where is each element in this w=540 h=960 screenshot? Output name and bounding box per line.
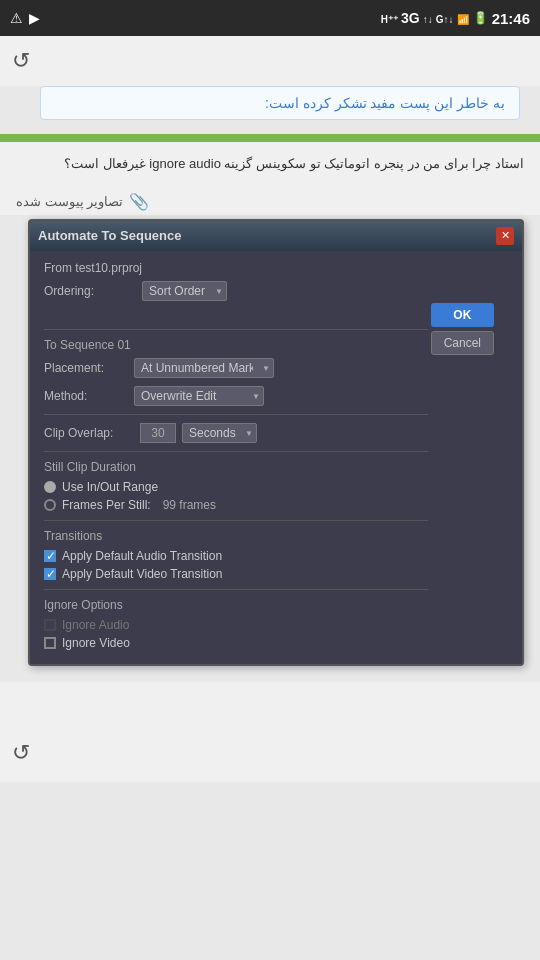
dialog-buttons: OK Cancel — [431, 303, 494, 355]
battery-icon: 🔋 — [473, 11, 488, 25]
back-arrow-top[interactable]: ↺ — [12, 48, 30, 74]
separator-4 — [44, 520, 428, 521]
from-row: From test10.prproj Ordering: Sort Order — [44, 261, 428, 319]
method-label: Method: — [44, 389, 134, 403]
play-icon: ▶ — [29, 10, 40, 26]
separator-1 — [44, 329, 428, 330]
status-right: H⁺⁺ 3G ↑↓ G↑↓ 📶 🔋 21:46 — [381, 10, 530, 27]
frames-value: 99 frames — [163, 498, 216, 512]
ignore-video-checkbox[interactable] — [44, 637, 56, 649]
ok-button[interactable]: OK — [431, 303, 494, 327]
frames-per-still-radio[interactable] — [44, 499, 56, 511]
warning-icon: ⚠ — [10, 10, 23, 26]
method-select-wrapper[interactable]: Overwrite Edit — [134, 386, 264, 406]
ordering-select-wrapper[interactable]: Sort Order — [142, 281, 227, 301]
attached-label-row: 📎 تصاویر پیوست شده — [0, 186, 540, 215]
paperclip-icon: 📎 — [129, 192, 149, 211]
ignore-video-row: Ignore Video — [44, 636, 428, 650]
clip-overlap-label: Clip Overlap: — [44, 426, 134, 440]
status-left-icons: ⚠ ▶ — [10, 10, 40, 26]
ordering-row: Ordering: Sort Order — [44, 281, 428, 301]
placement-label: Placement: — [44, 361, 134, 375]
clip-overlap-input[interactable] — [140, 423, 176, 443]
dialog-inner: OK Cancel From test10.prproj Ordering: S… — [44, 261, 508, 650]
green-separator — [0, 134, 540, 142]
apply-audio-label: Apply Default Audio Transition — [62, 549, 222, 563]
ignore-video-label: Ignore Video — [62, 636, 130, 650]
placement-select-wrapper[interactable]: At Unnumbered Markers — [134, 358, 274, 378]
method-row: Method: Overwrite Edit — [44, 386, 428, 406]
thank-you-text: به خاطر این پست مفید تشکر کرده است: — [265, 95, 505, 111]
back-arrow-bottom[interactable]: ↺ — [12, 740, 30, 765]
ordering-label: Ordering: — [44, 284, 134, 298]
separator-2 — [44, 414, 428, 415]
separator-3 — [44, 451, 428, 452]
thank-you-box: به خاطر این پست مفید تشکر کرده است: — [40, 86, 520, 120]
method-select[interactable]: Overwrite Edit — [134, 386, 264, 406]
dialog-screenshot: Automate To Sequence ✕ OK Cancel From te… — [28, 219, 524, 666]
apply-video-row: Apply Default Video Transition — [44, 567, 428, 581]
apply-video-checkbox[interactable] — [44, 568, 56, 580]
status-bar: ⚠ ▶ H⁺⁺ 3G ↑↓ G↑↓ 📶 🔋 21:46 — [0, 0, 540, 36]
use-inout-row: Use In/Out Range — [44, 480, 428, 494]
separator-5 — [44, 589, 428, 590]
dialog-body: OK Cancel From test10.prproj Ordering: S… — [30, 251, 522, 664]
placement-select[interactable]: At Unnumbered Markers — [134, 358, 274, 378]
apply-video-label: Apply Default Video Transition — [62, 567, 223, 581]
to-sequence-label: To Sequence 01 — [44, 338, 428, 352]
question-content: استاد چرا برای من در پنجره اتوماتیک تو س… — [64, 156, 524, 171]
transitions-label: Transitions — [44, 529, 428, 543]
use-inout-label: Use In/Out Range — [62, 480, 158, 494]
clip-overlap-row: Clip Overlap: Seconds — [44, 423, 428, 443]
ordering-select[interactable]: Sort Order — [142, 281, 227, 301]
apply-audio-checkbox[interactable] — [44, 550, 56, 562]
ignore-options-label: Ignore Options — [44, 598, 428, 612]
frames-per-still-label: Frames Per Still: — [62, 498, 151, 512]
ignore-audio-row: Ignore Audio — [44, 618, 428, 632]
seconds-select-wrapper[interactable]: Seconds — [182, 423, 257, 443]
apply-audio-row: Apply Default Audio Transition — [44, 549, 428, 563]
back-arrow-bottom-area: ↺ — [0, 740, 30, 766]
still-clip-duration-label: Still Clip Duration — [44, 460, 428, 474]
dialog-title: Automate To Sequence — [38, 228, 182, 243]
seconds-select[interactable]: Seconds — [182, 423, 257, 443]
back-arrow-top-area: ↺ — [0, 36, 540, 86]
use-inout-radio[interactable] — [44, 481, 56, 493]
frames-per-still-row: Frames Per Still: 99 frames — [44, 498, 428, 512]
dialog-titlebar: Automate To Sequence ✕ — [30, 221, 522, 251]
network-icon: H⁺⁺ 3G ↑↓ G↑↓ 📶 — [381, 10, 469, 26]
dialog-main-content: From test10.prproj Ordering: Sort Order … — [44, 261, 428, 650]
bottom-area: ↺ — [0, 682, 540, 782]
ignore-audio-checkbox[interactable] — [44, 619, 56, 631]
dialog-close-button[interactable]: ✕ — [496, 227, 514, 245]
time-display: 21:46 — [492, 10, 530, 27]
placement-row: Placement: At Unnumbered Markers — [44, 358, 428, 378]
attached-label-text: تصاویر پیوست شده — [16, 194, 123, 209]
from-label: From test10.prproj — [44, 261, 428, 275]
cancel-button[interactable]: Cancel — [431, 331, 494, 355]
question-text: استاد چرا برای من در پنجره اتوماتیک تو س… — [0, 142, 540, 186]
ignore-audio-label: Ignore Audio — [62, 618, 129, 632]
